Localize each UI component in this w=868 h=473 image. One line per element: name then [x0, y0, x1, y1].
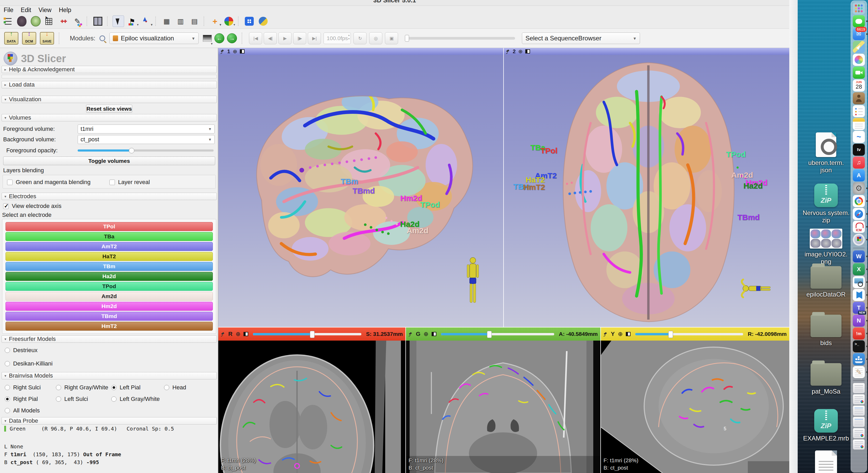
slice-view-yellow-sagittal[interactable]: Y ⊕ R: -42.0098mm: [601, 328, 789, 473]
dock-onenote-icon[interactable]: N: [853, 315, 865, 327]
radio-left-sulci[interactable]: Left Sulci: [56, 396, 88, 402]
dock-minimized-window[interactable]: [853, 428, 865, 438]
brain-model-icon[interactable]: [16, 15, 28, 27]
desktop-file-document[interactable]: [800, 450, 852, 473]
seq-record-button[interactable]: ◎: [369, 32, 382, 44]
dock-launchpad-icon[interactable]: [853, 2, 865, 14]
crosshair-icon[interactable]: ⊕: [233, 49, 237, 54]
slider-handle[interactable]: [405, 35, 409, 42]
volume-rendering-icon[interactable]: ▦: [161, 15, 173, 27]
slice-offset-slider[interactable]: [441, 333, 554, 335]
dock-terminal-icon[interactable]: >_: [853, 340, 865, 352]
radio-desikan-killiani[interactable]: Desikan-Killiani: [5, 360, 53, 367]
radio-destrieux[interactable]: Destrieux: [5, 347, 53, 354]
dock-notes-icon[interactable]: [853, 118, 865, 130]
desktop-file-image-png[interactable]: image.UYI0O2.png: [800, 229, 852, 265]
crosshair-icon[interactable]: ⊕: [518, 49, 523, 54]
spinner-arrows-icon[interactable]: ▴▾: [348, 33, 349, 41]
slice-offset-slider[interactable]: [635, 333, 743, 335]
seq-previous-frame-button[interactable]: ◀|: [264, 32, 277, 44]
dock-freeform-icon[interactable]: ~: [853, 131, 865, 143]
menu-view[interactable]: View: [38, 6, 52, 13]
dock-minimized-window[interactable]: [853, 394, 865, 405]
green-magenta-blending-checkbox[interactable]: Green and magenta blending: [7, 179, 91, 185]
transform-grid-icon[interactable]: [44, 15, 55, 27]
dock-word-icon[interactable]: W: [853, 250, 865, 263]
pin-icon[interactable]: [506, 49, 510, 54]
electrode-HaT2-button[interactable]: HaT2: [5, 252, 213, 261]
pin-icon[interactable]: [220, 49, 225, 54]
dock-icm-icon[interactable]: ICM: [853, 221, 865, 233]
dock-textedit-icon[interactable]: ✎: [853, 366, 865, 378]
radio-right-sulci[interactable]: Right Sulci: [5, 384, 41, 391]
dock-3dslicer-icon[interactable]: [853, 234, 865, 246]
seq-loop-button[interactable]: ↻: [353, 32, 367, 44]
module-history-swatch[interactable]: [203, 35, 212, 42]
section-visualization[interactable]: Visualization: [2, 96, 217, 103]
dock-divider[interactable]: [853, 380, 865, 381]
extensions-manager-icon[interactable]: [244, 15, 255, 27]
sequence-index-slider[interactable]: [405, 37, 515, 40]
electrode-TBmd-button[interactable]: TBmd: [5, 312, 213, 321]
crosshair-icon[interactable]: +▾: [209, 15, 221, 27]
radio-right-pial[interactable]: Right Pial: [5, 396, 38, 402]
dicom-button[interactable]: ↕ DCM: [22, 32, 36, 44]
volume-inspect-icon[interactable]: ▤: [189, 15, 200, 27]
radio-head[interactable]: Head: [164, 384, 186, 391]
section-help-acknowledgement[interactable]: Help & Acknowledgement: [2, 66, 217, 73]
desktop-folder-pat_MoSa[interactable]: pat_MoSa: [800, 363, 852, 395]
dock-appletv-icon[interactable]: tv: [853, 144, 865, 156]
scene-tree-icon[interactable]: [2, 15, 13, 27]
seq-first-frame-button[interactable]: |◀: [249, 32, 262, 44]
module-selector-combobox[interactable]: Epiloc visualization ▼: [110, 33, 198, 44]
module-forward-button[interactable]: →: [227, 33, 237, 43]
view-electrode-axis-checkbox[interactable]: View electrode axis: [3, 203, 61, 209]
module-back-button[interactable]: ←: [214, 33, 224, 43]
section-volumes[interactable]: Volumes: [2, 114, 217, 122]
dock-minimized-window[interactable]: [853, 383, 865, 393]
save-button[interactable]: ↓ SAVE: [40, 32, 54, 44]
dock-facetime-icon[interactable]: [853, 67, 865, 79]
dock-divider[interactable]: [853, 248, 865, 248]
dock-photos-icon[interactable]: [853, 54, 865, 66]
dock-minimized-window[interactable]: [853, 405, 865, 416]
menu-file[interactable]: File: [4, 6, 13, 13]
crosshair-icon[interactable]: ⊕: [424, 331, 428, 337]
desktop-file-nervous-system-zip[interactable]: Nervous system.zip: [800, 183, 852, 224]
radio-left-pial[interactable]: Left Pial: [111, 384, 141, 391]
view-controls-icon[interactable]: [525, 49, 530, 54]
electrode-AmT2-button[interactable]: AmT2: [5, 242, 213, 251]
dock-safari-icon[interactable]: [853, 208, 865, 220]
dock-mail-icon[interactable]: ✉ 6619: [853, 28, 865, 40]
fps-spinbox[interactable]: 100.0fps ▴▾: [323, 33, 351, 44]
annotation-pen-icon[interactable]: ✎: [72, 15, 83, 27]
crosshair-icon[interactable]: ⊕: [236, 331, 240, 337]
screenshot-pinwheel-icon[interactable]: ▾: [223, 15, 235, 27]
brain-wireframe-icon[interactable]: [30, 15, 41, 27]
module-search-icon[interactable]: [99, 35, 105, 41]
python-console-icon[interactable]: [257, 15, 269, 27]
dock-vscode-icon[interactable]: [853, 289, 865, 301]
dock-teams-icon[interactable]: T NEW: [853, 302, 865, 314]
view-controls-icon[interactable]: [432, 332, 436, 336]
section-load-data[interactable]: Load data: [2, 81, 217, 88]
sequence-browser-combobox[interactable]: Select a SequenceBrowser ▼: [522, 33, 640, 44]
pin-icon[interactable]: [603, 332, 608, 336]
electrode-Ha2d-button[interactable]: Ha2d: [5, 272, 213, 281]
menu-edit[interactable]: Edit: [21, 6, 31, 13]
background-volume-combobox[interactable]: ct_post▼: [78, 135, 215, 144]
dock-appstore-icon[interactable]: A: [853, 169, 865, 181]
dock-maps-icon[interactable]: [853, 41, 865, 53]
view-controls-icon[interactable]: [240, 49, 245, 54]
dock-contacts-icon[interactable]: [853, 92, 865, 104]
view-controls-icon[interactable]: [626, 332, 630, 336]
threed-view-2[interactable]: 2 ⊕: [504, 48, 789, 327]
slice-offset-slider[interactable]: [253, 333, 361, 335]
desktop-file-uberon-term-json[interactable]: uberon.term.json: [800, 132, 852, 174]
dock-mattermost-icon[interactable]: !m: [853, 328, 865, 340]
view-controls-icon[interactable]: [244, 332, 248, 336]
dock-excel-icon[interactable]: X: [853, 263, 865, 275]
dock-preview-icon[interactable]: [853, 276, 865, 288]
desktop-folder-epilocDataOR[interactable]: epilocDataOR: [800, 266, 852, 298]
place-fiducial-icon[interactable]: •▾: [141, 15, 152, 27]
